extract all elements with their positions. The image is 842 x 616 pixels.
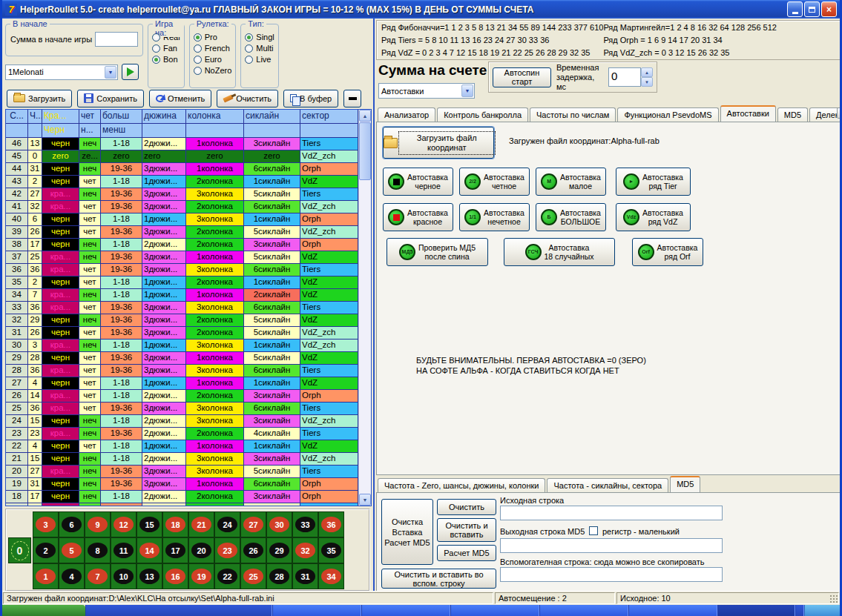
tab-анализатор[interactable]: Анализатор [378, 107, 435, 122]
table-row[interactable]: 432чернчет1-181дюжи...2колонка1сиклайнVd… [6, 176, 358, 188]
roulette-number-cell[interactable]: 34 [318, 563, 344, 589]
roulette-number-cell[interactable]: 16 [162, 563, 188, 589]
scrollbar-thumb[interactable] [359, 122, 371, 180]
bet-button-автоставка-большое[interactable]: БАвтоставкаБОЛЬШОЕ [536, 203, 606, 231]
roulette-number-cell[interactable]: 6 [59, 511, 85, 537]
load-coords-button[interactable]: Загрузить файл координат [383, 127, 494, 159]
resize-grip[interactable] [829, 594, 838, 603]
radio-singl[interactable]: Singl [245, 33, 274, 42]
roulette-number-cell[interactable]: 21 [188, 511, 214, 537]
radio-nozero[interactable]: NoZero [194, 66, 232, 75]
clear-button[interactable]: Очистить [437, 499, 496, 515]
roulette-number-cell[interactable]: 8 [85, 537, 111, 563]
table-row[interactable]: 4613черннеч1-182дюжи...1колонка3сиклайнT… [6, 138, 358, 150]
close-button[interactable]: × [821, 1, 837, 17]
roulette-number-cell[interactable]: 15 [137, 511, 162, 537]
roulette-number-cell[interactable]: 24 [214, 511, 240, 537]
table-row[interactable]: 406чернчет1-181дюжи...3колонка1сиклайнOr… [6, 213, 358, 226]
lowercase-checkbox[interactable] [589, 526, 598, 535]
roulette-number-cell[interactable]: 35 [318, 537, 344, 563]
bet-button-автоставка-четное[interactable]: 2/2Автоставкачетное [459, 168, 530, 196]
radio-live[interactable]: Live [245, 55, 274, 64]
roulette-number-cell[interactable]: 17 [162, 537, 188, 563]
spin-down-icon[interactable]: ▼ [641, 77, 653, 87]
bet-button-автоставка-черное[interactable]: Автоставкачерное [383, 168, 453, 196]
roulette-number-cell[interactable]: 30 [266, 511, 292, 537]
tab-контроль-банкролла[interactable]: Контроль банкролла [437, 107, 528, 122]
source-string-input[interactable] [500, 506, 723, 520]
output-string-input[interactable] [500, 538, 723, 553]
bet-button-автоставка-красное[interactable]: Автоставкакрасное [383, 203, 453, 231]
roulette-zero-cell[interactable]: 0 [8, 537, 31, 563]
roulette-number-cell[interactable]: 12 [111, 511, 137, 537]
roulette-number-cell[interactable]: 1 [33, 563, 59, 589]
maximize-button[interactable] [804, 1, 820, 17]
roulette-number-cell[interactable]: 18 [162, 511, 188, 537]
table-row[interactable]: 3336кра...чет19-363дюжи...3колонка6сикла… [6, 302, 358, 314]
calc-md5-button[interactable]: Расчет MD5 [437, 545, 496, 561]
bet-button-автоставка-ряд-vdz[interactable]: VdzАвтоставкаряд VdZ [616, 203, 691, 231]
minus-button[interactable] [343, 90, 361, 107]
table-row[interactable]: 3636кра...чет19-363дюжи...3колонка6сикла… [6, 264, 358, 276]
table-row[interactable]: 2928чернчет19-363дюжи...1колонка5сиклайн… [6, 352, 358, 365]
roulette-number-cell[interactable]: 4 [59, 563, 85, 589]
table-row[interactable]: 3817черннеч1-182дюжи...2колонка3сиклайнO… [6, 239, 358, 251]
roulette-number-cell[interactable]: 22 [214, 563, 240, 589]
bet-button-автоставка-малое[interactable]: МАвтоставкамалое [536, 168, 606, 196]
roulette-number-cell[interactable]: 28 [266, 563, 292, 589]
table-row[interactable]: 224чернчет1-181дюжи...1колонка1сиклайнVd… [6, 440, 358, 453]
tab-функционал-psevdoms[interactable]: Функционал PsevdoMS [617, 107, 718, 122]
roulette-number-cell[interactable]: 27 [240, 511, 266, 537]
table-row[interactable]: 1723кра...неч19-362дюжи...2колонка4сикла… [6, 503, 358, 506]
taskbar-button[interactable] [272, 605, 361, 616]
roulette-number-cell[interactable]: 36 [318, 511, 344, 537]
chevron-down-icon[interactable]: ▼ [461, 85, 473, 97]
run-button[interactable] [122, 64, 139, 80]
table-row[interactable]: 303кра...неч1-181дюжи...3колонка1сиклайн… [6, 340, 358, 352]
radio-bon[interactable]: Bon [152, 55, 180, 64]
roulette-number-cell[interactable]: 10 [111, 563, 137, 589]
delay-value[interactable]: 0 [608, 67, 641, 87]
table-row[interactable]: 352чернчет1-181дюжи...2колонка1сиклайнVd… [6, 276, 358, 289]
table-row[interactable]: 274чернчет1-181дюжи...1колонка1сиклайнVd… [6, 377, 358, 390]
start-sum-input[interactable] [95, 32, 138, 47]
table-row[interactable]: 2115черннеч1-182дюжи...3колонка3сиклайнV… [6, 453, 358, 466]
в буфер-button[interactable]: В буфер [283, 90, 338, 107]
tab-md5[interactable]: MD5 [670, 476, 700, 492]
table-scrollbar[interactable]: ▲ ▼ [358, 110, 371, 506]
spin-up-icon[interactable]: ▲ [641, 67, 653, 77]
tab-частоты-по-числам[interactable]: Частоты по числам [530, 107, 616, 122]
table-row[interactable]: 4227кра...неч19-363дюжи...3колонка5сикла… [6, 188, 358, 201]
radio-euro[interactable]: Euro [194, 55, 232, 64]
tab-scroll-left-icon[interactable]: ◄ [837, 107, 840, 119]
roulette-number-cell[interactable]: 2 [33, 537, 59, 563]
md5-all-in-one-button[interactable]: Очистка Вставка Расчет MD5 [381, 499, 433, 565]
загрузить-button[interactable]: Загрузить [7, 90, 72, 107]
roulette-number-cell[interactable]: 5 [59, 537, 85, 563]
tab-частота-сиклайны-сектора[interactable]: Частота - сиклайны, сектора [547, 478, 668, 492]
table-row[interactable]: 1931черннеч19-363дюжи...1колонка6сиклайн… [6, 478, 358, 491]
table-row[interactable]: 450zeroze...zerozerozerozeroVdZ_zch [6, 150, 358, 163]
minimize-button[interactable] [787, 1, 803, 17]
bet-button-автоставка-ряд-orf[interactable]: OrfАвтоставкаряд Orf [632, 238, 703, 266]
radio-french[interactable]: French [194, 44, 232, 53]
start-button-sliver[interactable] [2, 605, 85, 616]
profile-combobox[interactable]: 1Melonati ▼ [5, 64, 118, 80]
scroll-up-icon[interactable]: ▲ [359, 110, 371, 122]
roulette-number-cell[interactable]: 25 [240, 563, 266, 589]
roulette-number-cell[interactable]: 14 [137, 537, 162, 563]
mode-combobox[interactable]: Автоставки ▼ [378, 83, 475, 99]
roulette-number-cell[interactable]: 31 [292, 563, 318, 589]
tab-md5[interactable]: MD5 [777, 107, 808, 122]
bet-button-проверить-мд5-после-спина[interactable]: МД5Проверить МД5после спина [387, 238, 488, 266]
bet-button-автоставка-ряд-tier[interactable]: ►Автоставкаряд Tier [616, 168, 691, 196]
clear-paste-aux-button[interactable]: Очистить и вставить во вспом. строку [381, 569, 496, 589]
table-row[interactable]: 2323кра...неч19-362дюжи...2колонка4сикла… [6, 428, 358, 440]
tab-делени[interactable]: Делени [809, 107, 840, 122]
roulette-number-cell[interactable]: 32 [292, 537, 318, 563]
radio-pro[interactable]: Pro [194, 33, 232, 42]
table-row[interactable]: 3126чернчет19-363дюжи...2колонка5сиклайн… [6, 327, 358, 340]
bet-button-автоставка-нечетное[interactable]: 1/1Автоставканечетное [459, 203, 530, 231]
table-row[interactable]: 2027кра...неч19-363дюжи...3колонка5сикла… [6, 466, 358, 478]
tab-частота-zero-шансы-дюжины-колонки[interactable]: Частота - Zero, шансы, дюжины, колонки [378, 478, 545, 492]
